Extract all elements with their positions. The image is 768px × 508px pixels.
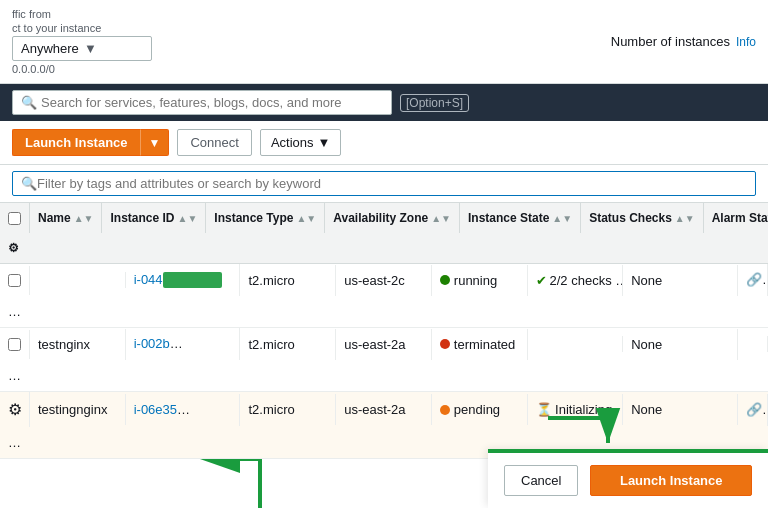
filter-search-icon: 🔍: [21, 176, 37, 191]
row3-dns-icon: 🔗: [746, 402, 768, 417]
launch-instance-modal-button[interactable]: Launch Instance: [590, 465, 752, 496]
actions-label: Actions: [271, 135, 314, 150]
row1-check-icon: ✔: [536, 273, 547, 288]
row3-dns: 🔗 ec2-████.2.us-east-…: [738, 394, 768, 426]
th-instance-type-label: Instance Type: [214, 211, 293, 225]
filter-input[interactable]: [37, 176, 747, 191]
row2-name: testnginx: [30, 329, 126, 360]
row1-dns-icon: 🔗: [746, 272, 768, 287]
main-wrapper: ffic from ct to your instance Anywhere ▼…: [0, 0, 768, 508]
cancel-button[interactable]: Cancel: [504, 465, 578, 496]
row1-status-checks: ✔ 2/2 checks …: [528, 265, 624, 296]
table-row[interactable]: i-044██████ t2.micro us-east-2c running …: [0, 264, 768, 328]
traffic-from-label: ffic from: [12, 8, 152, 20]
row3-instance-id: i-06e35█████fcff: [126, 394, 241, 426]
row2-az: us-east-2a: [336, 329, 432, 360]
row2-status-checks: [528, 336, 624, 352]
number-of-instances-label: Number of instances: [611, 34, 730, 49]
actions-button[interactable]: Actions ▼: [260, 129, 342, 156]
row2-more[interactable]: …: [0, 360, 30, 391]
th-name-label: Name: [38, 211, 71, 225]
row1-state-dot: [440, 275, 450, 285]
row2-dns: [738, 336, 768, 352]
instances-toolbar: Launch Instance ▼ Connect Actions ▼: [0, 121, 768, 165]
row1-checkbox[interactable]: [8, 274, 21, 287]
row1-instance-id: i-044██████: [126, 264, 241, 296]
th-instance-id[interactable]: Instance ID ▲▼: [102, 203, 206, 233]
th-name[interactable]: Name ▲▼: [30, 203, 102, 233]
row3-alarm-status: None: [623, 394, 738, 425]
search-input[interactable]: [41, 95, 383, 110]
row2-instance-id: i-002b██████fcfd: [126, 328, 241, 360]
row2-state-dot: [440, 339, 450, 349]
name-sort-icon: ▲▼: [74, 213, 94, 224]
select-all-checkbox[interactable]: [8, 212, 21, 225]
th-status-checks[interactable]: Status Checks ▲▼: [581, 203, 704, 233]
number-of-instances-section: Number of instances Info: [611, 34, 756, 49]
th-instance-state[interactable]: Instance State ▲▼: [460, 203, 581, 233]
search-icon: 🔍: [21, 95, 37, 110]
launch-instance-dropdown-button[interactable]: ▼: [140, 129, 170, 156]
traffic-cidr-value: 0.0.0.0/0: [12, 63, 152, 75]
modal-footer: Cancel Launch Instance: [488, 451, 768, 508]
traffic-section: ffic from ct to your instance Anywhere ▼…: [12, 8, 152, 75]
row2-checkbox-cell[interactable]: [0, 330, 30, 359]
th-instance-state-label: Instance State: [468, 211, 549, 225]
row3-instance-type: t2.micro: [240, 394, 336, 425]
th-az-label: Availability Zone: [333, 211, 428, 225]
row1-az: us-east-2c: [336, 265, 432, 296]
row3-checkbox-cell[interactable]: ⚙: [0, 392, 30, 427]
table-row[interactable]: testnginx i-002b██████fcfd t2.micro us-e…: [0, 328, 768, 392]
progress-bar-top: [488, 449, 768, 453]
traffic-select-arrow-icon: ▼: [84, 41, 143, 56]
actions-arrow-icon: ▼: [318, 135, 331, 150]
row3-name: testingnginx: [30, 394, 126, 425]
th-alarm-status-label: Alarm Status: [712, 211, 768, 225]
th-status-checks-label: Status Checks: [589, 211, 672, 225]
traffic-select-value: Anywhere: [21, 41, 80, 56]
instance-id-sort-icon: ▲▼: [178, 213, 198, 224]
row3-more[interactable]: …: [0, 427, 30, 458]
th-az[interactable]: Availability Zone ▲▼: [325, 203, 460, 233]
row1-alarm-status: None: [623, 265, 738, 296]
th-more[interactable]: ⚙: [0, 233, 30, 263]
row2-state: terminated: [432, 329, 528, 360]
row3-loading-icon: ⚙: [8, 400, 22, 419]
row1-dns: 🔗 ec2-████-30-54.us-…: [738, 264, 768, 296]
row1-instance-type: t2.micro: [240, 265, 336, 296]
th-alarm-status[interactable]: Alarm Status ▲▼: [704, 203, 768, 233]
launch-instance-button[interactable]: Launch Instance: [12, 129, 140, 156]
top-bar: ffic from ct to your instance Anywhere ▼…: [0, 0, 768, 84]
th-checkbox[interactable]: [0, 203, 30, 233]
th-instance-id-label: Instance ID: [110, 211, 174, 225]
row1-checkbox-cell[interactable]: [0, 266, 30, 295]
filter-bar: 🔍: [0, 165, 768, 203]
instances-table: Name ▲▼ Instance ID ▲▼ Instance Type ▲▼ …: [0, 203, 768, 459]
instance-state-sort-icon: ▲▼: [552, 213, 572, 224]
row3-az: us-east-2a: [336, 394, 432, 425]
traffic-anywhere-select[interactable]: Anywhere ▼: [12, 36, 152, 61]
row2-checkbox[interactable]: [8, 338, 21, 351]
row1-more[interactable]: …: [0, 296, 30, 327]
az-sort-icon: ▲▼: [431, 213, 451, 224]
row2-instance-type: t2.micro: [240, 329, 336, 360]
th-instance-type[interactable]: Instance Type ▲▼: [206, 203, 325, 233]
row1-state: running: [432, 265, 528, 296]
status-checks-sort-icon: ▲▼: [675, 213, 695, 224]
instance-type-sort-icon: ▲▼: [296, 213, 316, 224]
table-header-row: Name ▲▼ Instance ID ▲▼ Instance Type ▲▼ …: [0, 203, 768, 264]
row3-state-dot: [440, 405, 450, 415]
launch-instance-split-button: Launch Instance ▼: [12, 129, 169, 156]
info-link[interactable]: Info: [736, 35, 756, 49]
search-input-wrap[interactable]: 🔍: [12, 90, 392, 115]
row1-name: [30, 272, 126, 288]
row3-state: pending: [432, 394, 528, 425]
global-search-bar: 🔍 [Option+S]: [0, 84, 768, 121]
search-shortcut-badge: [Option+S]: [400, 94, 469, 112]
filter-input-wrap[interactable]: 🔍: [12, 171, 756, 196]
connect-button[interactable]: Connect: [177, 129, 251, 156]
row2-alarm-status: None: [623, 329, 738, 360]
traffic-connect-label: ct to your instance: [12, 22, 152, 34]
launch-arrow-svg: [538, 408, 628, 458]
